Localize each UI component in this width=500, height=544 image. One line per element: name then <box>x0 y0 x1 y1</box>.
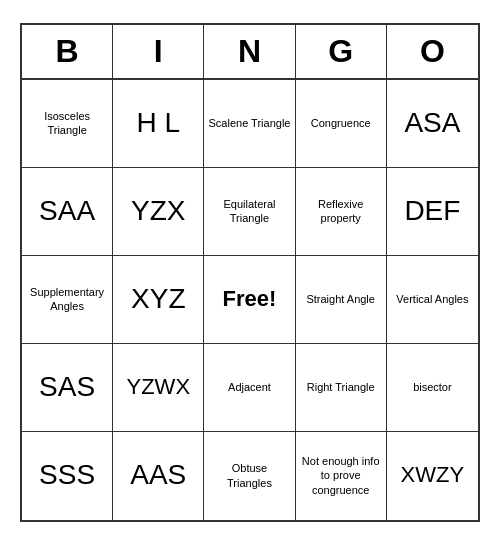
header-letter-n: N <box>204 25 295 78</box>
bingo-cell-19: bisector <box>387 344 478 432</box>
cell-text-18: Right Triangle <box>307 380 375 394</box>
cell-text-8: Reflexive property <box>300 197 382 226</box>
cell-text-5: SAA <box>39 193 95 229</box>
bingo-cell-12: Free! <box>204 256 295 344</box>
bingo-cell-6: YZX <box>113 168 204 256</box>
bingo-cell-16: YZWX <box>113 344 204 432</box>
cell-text-0: Isosceles Triangle <box>26 109 108 138</box>
bingo-card: BINGO Isosceles TriangleH LScalene Trian… <box>20 23 480 522</box>
cell-text-3: Congruence <box>311 116 371 130</box>
bingo-cell-17: Adjacent <box>204 344 295 432</box>
cell-text-16: YZWX <box>127 373 191 402</box>
bingo-cell-11: XYZ <box>113 256 204 344</box>
cell-text-13: Straight Angle <box>306 292 375 306</box>
cell-text-20: SSS <box>39 457 95 493</box>
cell-text-11: XYZ <box>131 281 185 317</box>
cell-text-14: Vertical Angles <box>396 292 468 306</box>
bingo-cell-5: SAA <box>22 168 113 256</box>
cell-text-12: Free! <box>223 285 277 314</box>
header-letter-g: G <box>296 25 387 78</box>
bingo-cell-10: Supplementary Angles <box>22 256 113 344</box>
cell-text-24: XWZY <box>401 461 465 490</box>
cell-text-15: SAS <box>39 369 95 405</box>
bingo-cell-24: XWZY <box>387 432 478 520</box>
cell-text-23: Not enough info to prove congruence <box>300 454 382 497</box>
header-letter-o: O <box>387 25 478 78</box>
bingo-cell-20: SSS <box>22 432 113 520</box>
bingo-cell-14: Vertical Angles <box>387 256 478 344</box>
header-letter-i: I <box>113 25 204 78</box>
bingo-cell-0: Isosceles Triangle <box>22 80 113 168</box>
bingo-cell-8: Reflexive property <box>296 168 387 256</box>
bingo-cell-9: DEF <box>387 168 478 256</box>
bingo-cell-7: Equilateral Triangle <box>204 168 295 256</box>
cell-text-9: DEF <box>404 193 460 229</box>
bingo-header: BINGO <box>22 25 478 80</box>
cell-text-6: YZX <box>131 193 185 229</box>
cell-text-1: H L <box>137 105 181 141</box>
cell-text-4: ASA <box>404 105 460 141</box>
bingo-cell-22: Obtuse Triangles <box>204 432 295 520</box>
bingo-cell-18: Right Triangle <box>296 344 387 432</box>
cell-text-19: bisector <box>413 380 452 394</box>
bingo-cell-13: Straight Angle <box>296 256 387 344</box>
bingo-cell-4: ASA <box>387 80 478 168</box>
bingo-grid: Isosceles TriangleH LScalene TriangleCon… <box>22 80 478 520</box>
bingo-cell-21: AAS <box>113 432 204 520</box>
header-letter-b: B <box>22 25 113 78</box>
bingo-cell-3: Congruence <box>296 80 387 168</box>
cell-text-17: Adjacent <box>228 380 271 394</box>
bingo-cell-23: Not enough info to prove congruence <box>296 432 387 520</box>
cell-text-22: Obtuse Triangles <box>208 461 290 490</box>
cell-text-2: Scalene Triangle <box>209 116 291 130</box>
cell-text-21: AAS <box>130 457 186 493</box>
bingo-cell-15: SAS <box>22 344 113 432</box>
cell-text-7: Equilateral Triangle <box>208 197 290 226</box>
bingo-cell-2: Scalene Triangle <box>204 80 295 168</box>
bingo-cell-1: H L <box>113 80 204 168</box>
cell-text-10: Supplementary Angles <box>26 285 108 314</box>
